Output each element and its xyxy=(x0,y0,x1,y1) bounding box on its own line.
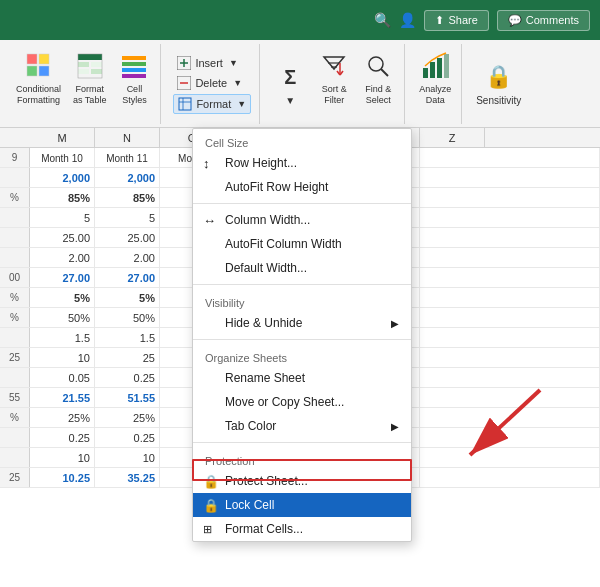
svg-rect-3 xyxy=(39,66,49,76)
ribbon-group-cells: Insert ▼ Delete ▼ xyxy=(165,44,260,124)
ribbon: ConditionalFormatting Formatas Tab xyxy=(0,40,600,128)
conditional-formatting-label: ConditionalFormatting xyxy=(16,84,61,106)
divider-3 xyxy=(193,339,411,340)
delete-button[interactable]: Delete ▼ xyxy=(173,74,251,92)
top-bar: 🔍 👤 ⬆ Share 💬 Comments xyxy=(0,0,600,40)
sort-filter-icon xyxy=(318,50,350,82)
ribbon-group-styles: ConditionalFormatting Formatas Tab xyxy=(6,44,161,124)
col-header-M: M xyxy=(30,128,95,148)
col-header-N: N xyxy=(95,128,160,148)
tab-color-arrow: ▶ xyxy=(391,421,399,432)
rename-sheet-menu-item[interactable]: Rename Sheet xyxy=(193,366,411,390)
svg-rect-33 xyxy=(444,54,449,78)
divider-1 xyxy=(193,203,411,204)
hide-unhide-label: Hide & Unhide xyxy=(225,316,302,330)
analyze-data-label: AnalyzeData xyxy=(419,84,451,106)
lock-cell-label: Lock Cell xyxy=(225,498,274,512)
tab-color-menu-item[interactable]: Tab Color ▶ xyxy=(193,414,411,438)
share-icon: ⬆ xyxy=(435,14,444,27)
ribbon-group-editing: Σ ▼ Sort &Filter xyxy=(264,44,405,124)
share-button[interactable]: ⬆ Share xyxy=(424,10,488,31)
col-header-Z: Z xyxy=(420,128,485,148)
svg-rect-31 xyxy=(430,62,435,78)
svg-rect-1 xyxy=(39,54,49,64)
svg-rect-32 xyxy=(437,58,442,78)
conditional-formatting-icon xyxy=(23,50,55,82)
format-as-table-icon xyxy=(74,50,106,82)
format-dropdown-icon: ▼ xyxy=(237,99,246,109)
svg-point-28 xyxy=(369,57,383,71)
default-width-menu-item[interactable]: Default Width... xyxy=(193,256,411,280)
format-dropdown-menu: Cell Size ↕ Row Height... AutoFit Row He… xyxy=(192,128,412,542)
format-as-table-label: Formatas Table xyxy=(73,84,106,106)
search-icon[interactable]: 🔍 xyxy=(374,12,391,28)
row-height-menu-item[interactable]: ↕ Row Height... xyxy=(193,151,411,175)
svg-rect-0 xyxy=(27,54,37,64)
cell-styles-label: CellStyles xyxy=(122,84,147,106)
organize-sheets-section-label: Organize Sheets xyxy=(193,344,411,366)
format-icon xyxy=(178,97,192,111)
column-width-icon: ↔ xyxy=(203,213,216,228)
autofit-col-menu-item[interactable]: AutoFit Column Width xyxy=(193,232,411,256)
delete-label: Delete xyxy=(195,77,227,89)
svg-rect-7 xyxy=(78,69,89,74)
comments-button[interactable]: 💬 Comments xyxy=(497,10,590,31)
protect-sheet-label: Protect Sheet... xyxy=(225,474,308,488)
svg-rect-2 xyxy=(27,66,37,76)
visibility-section-label: Visibility xyxy=(193,289,411,311)
ribbon-group-analyze: AnalyzeData xyxy=(409,44,462,124)
row-height-icon: ↕ xyxy=(203,156,210,171)
find-select-label: Find &Select xyxy=(365,84,391,106)
delete-dropdown-icon: ▼ xyxy=(233,78,242,88)
delete-icon xyxy=(177,76,191,90)
column-width-menu-item[interactable]: ↔ Column Width... xyxy=(193,208,411,232)
autofit-col-label: AutoFit Column Width xyxy=(225,237,342,251)
rename-sheet-label: Rename Sheet xyxy=(225,371,305,385)
svg-rect-19 xyxy=(179,98,191,110)
hide-unhide-arrow: ▶ xyxy=(391,318,399,329)
conditional-formatting-button[interactable]: ConditionalFormatting xyxy=(12,48,65,108)
lock-cell-menu-item[interactable]: 🔒 Lock Cell xyxy=(193,493,411,517)
sort-filter-label: Sort &Filter xyxy=(322,84,347,106)
protect-sheet-icon: 🔒 xyxy=(203,474,219,489)
sum-label: ▼ xyxy=(285,95,295,106)
column-width-label: Column Width... xyxy=(225,213,310,227)
svg-rect-10 xyxy=(122,56,146,60)
format-button[interactable]: Format ▼ xyxy=(173,94,251,114)
svg-rect-4 xyxy=(78,54,102,60)
analyze-data-icon xyxy=(419,50,451,82)
sort-filter-button[interactable]: Sort &Filter xyxy=(314,48,354,108)
svg-line-29 xyxy=(381,69,388,76)
find-select-button[interactable]: Find &Select xyxy=(358,48,398,108)
divider-4 xyxy=(193,442,411,443)
insert-label: Insert xyxy=(195,57,223,69)
sum-button[interactable]: Σ ▼ xyxy=(270,48,310,108)
autofit-row-menu-item[interactable]: AutoFit Row Height xyxy=(193,175,411,199)
sensitivity-button[interactable]: 🔒 Sensitivity xyxy=(472,48,525,108)
profile-icon[interactable]: 👤 xyxy=(399,12,416,28)
svg-rect-13 xyxy=(122,74,146,78)
move-copy-label: Move or Copy Sheet... xyxy=(225,395,344,409)
find-select-icon xyxy=(362,50,394,82)
analyze-data-button[interactable]: AnalyzeData xyxy=(415,48,455,108)
insert-dropdown-icon: ▼ xyxy=(229,58,238,68)
sensitivity-icon: 🔒 xyxy=(483,61,515,93)
svg-rect-11 xyxy=(122,62,146,66)
move-copy-menu-item[interactable]: Move or Copy Sheet... xyxy=(193,390,411,414)
format-cells-menu-item[interactable]: ⊞ Format Cells... xyxy=(193,517,411,541)
svg-rect-6 xyxy=(91,62,102,67)
row-height-label: Row Height... xyxy=(225,156,297,170)
sum-icon: Σ xyxy=(274,61,306,93)
format-as-table-button[interactable]: Formatas Table xyxy=(69,48,110,108)
hide-unhide-menu-item[interactable]: Hide & Unhide ▶ xyxy=(193,311,411,335)
default-width-label: Default Width... xyxy=(225,261,307,275)
cell-styles-button[interactable]: CellStyles xyxy=(114,48,154,108)
autofit-row-label: AutoFit Row Height xyxy=(225,180,328,194)
format-label: Format xyxy=(196,98,231,110)
lock-cell-icon: 🔒 xyxy=(203,498,219,513)
format-cells-label: Format Cells... xyxy=(225,522,303,536)
protection-section-label: Protection xyxy=(193,447,411,469)
insert-button[interactable]: Insert ▼ xyxy=(173,54,251,72)
protect-sheet-menu-item[interactable]: 🔒 Protect Sheet... xyxy=(193,469,411,493)
comments-icon: 💬 xyxy=(508,14,522,27)
